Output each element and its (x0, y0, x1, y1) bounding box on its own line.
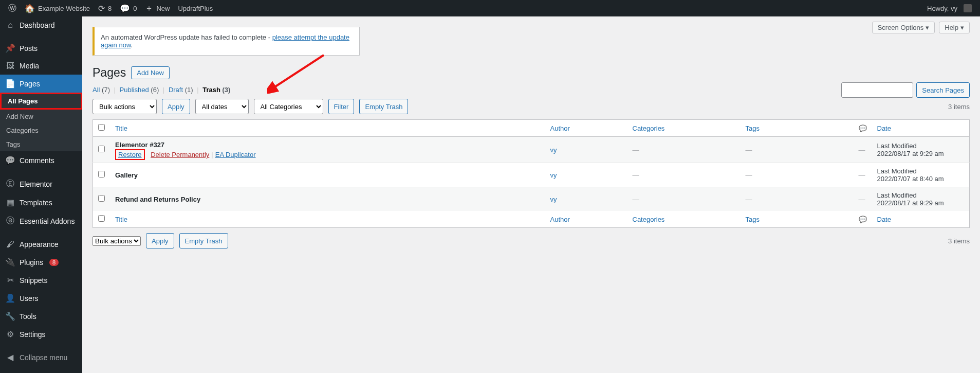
search-button[interactable]: Search Pages (916, 82, 970, 98)
row-author[interactable]: vy (550, 146, 557, 154)
filter-all[interactable]: All (7) (93, 86, 110, 94)
new-label: New (156, 5, 170, 12)
restore-link[interactable]: Restore (115, 149, 145, 160)
filter-trash[interactable]: Trash (3) (202, 86, 230, 94)
col-date-f[interactable]: Date (872, 211, 970, 228)
row-title: Gallery (115, 171, 138, 179)
col-title-f[interactable]: Title (110, 211, 545, 228)
menu-plugins[interactable]: 🔌Plugins8 (0, 253, 82, 271)
menu-dashboard[interactable]: ⌂Dashboard (0, 16, 82, 34)
avatar-icon (964, 4, 972, 12)
wp-logo[interactable]: ⓦ (4, 0, 21, 16)
chevron-down-icon: ▾ (960, 24, 964, 31)
items-count-bottom: 3 items (948, 237, 970, 245)
bulk-actions-select[interactable]: Bulk actions (93, 99, 157, 114)
menu-comments[interactable]: 💬Comments (0, 151, 82, 169)
apply-button[interactable]: Apply (162, 99, 190, 114)
row-title: Elementor #327 (115, 141, 164, 149)
screen-options-button[interactable]: Screen Options ▾ (872, 22, 935, 33)
addons-icon: ⓔ (5, 216, 15, 226)
status-filters: All (7) | Published (6) | Draft (1) | Tr… (93, 86, 970, 94)
menu-posts[interactable]: 📌Posts (0, 39, 82, 57)
pages-table: Title Author Categories Tags 💬 Date Elem… (93, 119, 970, 228)
update-notice: An automated WordPress update has failed… (93, 27, 360, 56)
updates-icon: ⟳ (98, 4, 105, 13)
content-area: Screen Options ▾ Help ▾ An automated Wor… (82, 16, 980, 373)
row-categories: — (633, 146, 639, 154)
menu-settings[interactable]: ⚙Settings (0, 325, 82, 343)
add-new-button[interactable]: Add New (131, 66, 170, 79)
updraft-link[interactable]: UpdraftPlus (174, 0, 217, 16)
comments-count: 0 (133, 5, 137, 12)
filter-draft[interactable]: Draft (1) (169, 86, 193, 94)
page-icon: 📄 (5, 79, 15, 88)
updraft-label: UpdraftPlus (178, 5, 213, 12)
col-title[interactable]: Title (110, 120, 545, 137)
menu-elementor[interactable]: ⒺElementor (0, 174, 82, 193)
new-link[interactable]: ＋New (141, 0, 174, 16)
updates-count: 8 (108, 5, 112, 12)
col-categories: Categories (627, 120, 741, 137)
table-row: Galleryvy———Last Modified2022/07/07 at 8… (93, 163, 970, 187)
menu-pages[interactable]: 📄Pages (0, 75, 82, 93)
row-author[interactable]: vy (550, 171, 557, 179)
col-comments-f[interactable]: 💬 (854, 211, 872, 228)
updates-link[interactable]: ⟳8 (94, 0, 116, 16)
table-row: Refund and Returns Policyvy———Last Modif… (93, 187, 970, 211)
howdy-link[interactable]: Howdy, vy (923, 0, 976, 16)
col-date[interactable]: Date (872, 120, 970, 137)
row-checkbox[interactable] (98, 146, 105, 152)
search-input[interactable] (841, 82, 913, 98)
submenu-add-new[interactable]: Add New (0, 110, 82, 123)
menu-appearance[interactable]: 🖌Appearance (0, 236, 82, 253)
categories-select[interactable]: All Categories (254, 99, 323, 114)
select-all-checkbox-footer[interactable] (98, 215, 105, 222)
select-all-checkbox[interactable] (98, 124, 105, 131)
help-button[interactable]: Help ▾ (939, 22, 970, 33)
menu-collapse[interactable]: ◀Collapse menu (0, 348, 82, 366)
submenu-tags[interactable]: Tags (0, 137, 82, 151)
col-categories-f: Categories (627, 211, 741, 228)
row-date-label: Last Modified (877, 142, 965, 150)
row-date-value: 2022/08/17 at 9:29 am (877, 199, 965, 207)
col-author-f[interactable]: Author (545, 211, 627, 228)
howdy-text: Howdy, vy (927, 5, 957, 12)
menu-tools[interactable]: 🔧Tools (0, 307, 82, 325)
collapse-icon: ◀ (5, 352, 15, 362)
delete-link[interactable]: Delete Permanently (151, 151, 209, 158)
menu-templates[interactable]: ▦Templates (0, 193, 82, 211)
row-author[interactable]: vy (550, 196, 557, 203)
row-date-label: Last Modified (877, 167, 965, 175)
row-comments: — (859, 146, 865, 154)
appearance-icon: 🖌 (5, 240, 15, 249)
row-date-value: 2022/08/17 at 9:29 am (877, 150, 965, 157)
empty-trash-button-bottom[interactable]: Empty Trash (179, 233, 228, 248)
menu-snippets[interactable]: ✂Snippets (0, 271, 82, 289)
comments-link[interactable]: 💬0 (116, 0, 141, 16)
row-date-value: 2022/07/07 at 8:40 am (877, 175, 965, 183)
duplicate-link[interactable]: EA Duplicator (215, 151, 256, 158)
row-checkbox[interactable] (98, 195, 105, 202)
dates-select[interactable]: All dates (195, 99, 249, 114)
row-tags: — (746, 196, 752, 203)
row-checkbox[interactable] (98, 171, 105, 177)
col-author[interactable]: Author (545, 120, 627, 137)
row-categories: — (633, 171, 639, 179)
bulk-actions-select-bottom[interactable]: Bulk actions (93, 236, 141, 246)
menu-essential-addons[interactable]: ⓔEssential Addons (0, 211, 82, 230)
menu-users[interactable]: 👤Users (0, 289, 82, 307)
menu-media[interactable]: 🖼Media (0, 57, 82, 75)
site-link[interactable]: 🏠Example Website (21, 0, 94, 16)
submenu-all-pages[interactable]: All Pages (0, 93, 82, 110)
filter-button[interactable]: Filter (328, 99, 355, 114)
col-comments[interactable]: 💬 (854, 120, 872, 137)
submenu-categories[interactable]: Categories (0, 123, 82, 137)
filter-published[interactable]: Published (6) (120, 86, 159, 94)
empty-trash-button[interactable]: Empty Trash (359, 99, 408, 114)
row-date-label: Last Modified (877, 191, 965, 199)
templates-icon: ▦ (5, 198, 15, 207)
apply-button-bottom[interactable]: Apply (146, 233, 174, 248)
submenu-pages: All Pages Add New Categories Tags (0, 93, 82, 151)
comment-icon: 💬 (859, 125, 867, 132)
col-tags-f: Tags (741, 211, 854, 228)
